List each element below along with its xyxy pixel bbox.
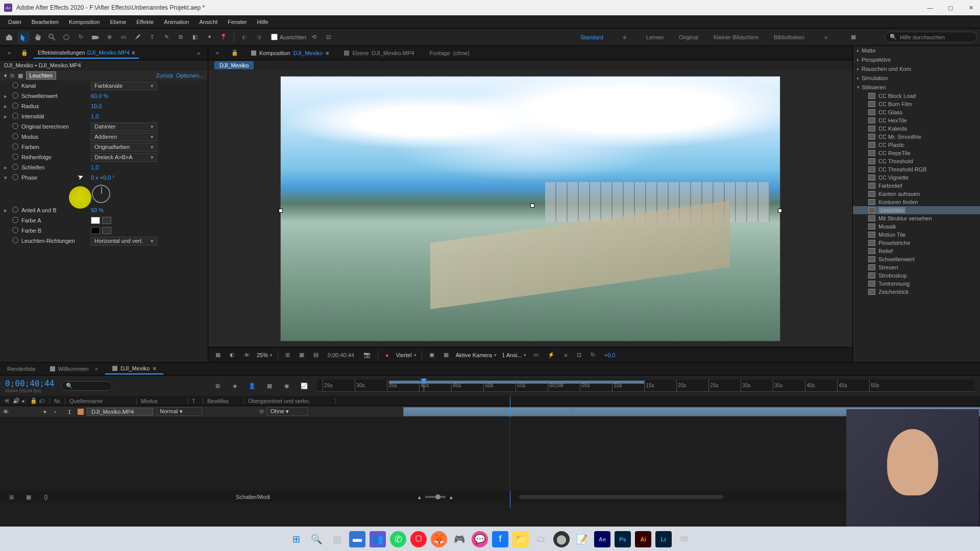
param-farben-dropdown[interactable]: Originalfarben — [91, 143, 157, 152]
exposure-value[interactable]: +0,0 — [602, 351, 618, 359]
roto-tool-icon[interactable]: ✦ — [203, 31, 215, 43]
stopwatch-icon[interactable] — [12, 237, 18, 243]
twirl-icon[interactable]: ▸ — [4, 103, 12, 110]
opera-icon[interactable]: O — [410, 531, 427, 547]
footer-label[interactable]: Schalter/Modi — [236, 494, 270, 500]
twirl-icon[interactable]: ▸ — [4, 93, 12, 99]
fx-item[interactable]: Stroboskop — [853, 271, 980, 280]
visibility-toggle[interactable]: 👁 — [3, 409, 10, 415]
eye-column-icon[interactable]: 👁 — [0, 398, 9, 404]
menu-komposition[interactable]: Komposition — [64, 17, 105, 27]
explorer-icon[interactable]: ▬ — [349, 531, 365, 547]
shape-tool-icon[interactable]: ▭ — [117, 31, 130, 43]
fx-item[interactable]: CC Threshold — [853, 157, 980, 165]
workspace-standard[interactable]: Standard — [580, 34, 603, 40]
zoom-slider[interactable] — [425, 496, 446, 498]
3d-icon[interactable]: 👁 — [242, 351, 252, 359]
home-icon[interactable] — [3, 31, 15, 43]
fx-item[interactable]: Relief — [853, 247, 980, 255]
brush-tool-icon[interactable]: ✎ — [160, 31, 173, 43]
views-dropdown[interactable]: 1 Ansi... — [502, 352, 526, 358]
illustrator-icon[interactable]: Ai — [635, 531, 651, 547]
fx-item[interactable]: Farbrelief — [853, 182, 980, 190]
tab-willkommen[interactable]: Willkommen × — [43, 364, 105, 374]
toggle-modes-icon[interactable]: ▦ — [22, 491, 35, 503]
fx-item[interactable]: Tontrennung — [853, 280, 980, 288]
obs-icon[interactable]: ⬤ — [553, 531, 570, 547]
layer-color-label[interactable] — [78, 409, 84, 415]
shy-icon[interactable]: 👤 — [246, 380, 258, 392]
panel-overflow-icon[interactable]: » — [192, 47, 205, 59]
tab-renderliste[interactable]: Renderliste — [0, 364, 43, 374]
firefox-icon[interactable]: 🦊 — [431, 531, 447, 547]
fx-category-simulation[interactable]: Simulation — [853, 73, 980, 83]
rotation-tool-icon[interactable]: ↻ — [75, 31, 87, 43]
param-richtungen-dropdown[interactable]: Horizontal und vert. — [91, 237, 157, 245]
menu-hilfe[interactable]: Hilfe — [252, 17, 274, 27]
hand-tool-icon[interactable] — [32, 31, 44, 43]
transform-handle[interactable] — [279, 209, 283, 213]
toggle-switches-icon[interactable]: ⊞ — [5, 491, 17, 503]
app-icon[interactable]: ✉ — [676, 531, 692, 547]
effect-toggle-icon[interactable]: ▦ — [18, 72, 23, 79]
task-view-icon[interactable]: ▥ — [329, 531, 345, 547]
fast-preview-icon[interactable]: ⚡ — [546, 350, 557, 359]
timeline-icon[interactable]: ≡ — [562, 351, 569, 359]
current-timecode[interactable]: 0;00;40;44 — [5, 379, 54, 388]
comp-mini-flowchart-icon[interactable]: ⊞ — [211, 380, 224, 392]
layer-name[interactable]: DJI_Mexiko.MP4 — [87, 408, 153, 416]
orbit-tool-icon[interactable] — [60, 31, 72, 43]
effect-options-link[interactable]: Optionen... — [176, 72, 204, 79]
mask-icon[interactable]: ◐ — [228, 350, 237, 359]
fx-item[interactable]: CC Plastic — [853, 141, 980, 149]
workspace-bibliotheken[interactable]: Bibliotheken — [774, 34, 804, 40]
snap-grid-icon[interactable]: ⊡ — [323, 31, 335, 43]
twirl-icon[interactable]: ▾ — [4, 174, 12, 181]
camera-dropdown[interactable]: Aktive Kamera — [456, 352, 497, 358]
param-intensitaet-value[interactable]: 1,0 — [91, 113, 99, 119]
menu-animation[interactable]: Animation — [159, 17, 194, 27]
stopwatch-icon[interactable] — [12, 92, 18, 98]
stopwatch-icon[interactable] — [12, 82, 18, 88]
effect-reset-link[interactable]: Zurück — [156, 72, 174, 79]
app-icon[interactable]: 🎮 — [451, 531, 468, 547]
help-search-input[interactable]: 🔍 Hilfe durchsuchen — [885, 32, 977, 42]
snapshot-icon[interactable]: 📷 — [361, 350, 373, 359]
quality-dropdown[interactable]: Viertel — [396, 352, 416, 358]
notepad-icon[interactable]: 📝 — [574, 531, 590, 547]
workspace-klein[interactable]: Kleiner Bildschirm — [714, 34, 758, 40]
twirl-icon[interactable]: ▸ — [44, 408, 51, 415]
app-icon[interactable]: 🗂 — [533, 531, 549, 547]
fx-item[interactable]: Konturen finden — [853, 198, 980, 206]
stopwatch-icon[interactable] — [12, 227, 18, 233]
color-b-swatch[interactable] — [91, 227, 100, 234]
zoom-tool-icon[interactable] — [46, 31, 58, 43]
menu-ebene[interactable]: Ebene — [105, 17, 131, 27]
layer-mode-dropdown[interactable]: Normal ▾ — [156, 407, 202, 416]
fx-item[interactable]: CC Block Load — [853, 92, 980, 100]
stopwatch-icon[interactable] — [12, 154, 18, 160]
tab-close-icon[interactable]: × — [211, 47, 224, 59]
fx-category-perspektive[interactable]: Perspektive — [853, 55, 980, 64]
zoom-in-icon[interactable]: ▴ — [450, 494, 453, 500]
workspace-more-icon[interactable]: » — [820, 31, 832, 43]
menu-datei[interactable]: Datei — [3, 17, 27, 27]
transparency-icon[interactable]: ▦ — [442, 350, 451, 359]
stopwatch-icon[interactable] — [12, 123, 18, 129]
fx-item[interactable]: Zeichentrick — [853, 288, 980, 296]
fx-item[interactable]: CC Glass — [853, 108, 980, 116]
fx-item[interactable]: CC RepeTile — [853, 149, 980, 157]
comp-tab-footage[interactable]: Footage (ohne) — [424, 48, 474, 58]
text-tool-icon[interactable]: T — [146, 31, 158, 43]
effect-name[interactable]: Leuchten — [26, 71, 56, 80]
maximize-button[interactable]: ▢ — [945, 5, 955, 11]
pen-tool-icon[interactable] — [132, 31, 144, 43]
param-modus-dropdown[interactable]: Addieren — [91, 133, 157, 141]
fx-item[interactable]: Schwellenwert — [853, 255, 980, 263]
composition-viewer[interactable] — [208, 70, 852, 347]
workspace-original[interactable]: Original — [679, 34, 698, 40]
menu-effekte[interactable]: Effekte — [131, 17, 159, 27]
effect-controls-tab[interactable]: Effekteinstellungen DJI_Mexiko.MP4 ≡ — [34, 47, 139, 59]
messenger-icon[interactable]: 💬 — [472, 531, 488, 547]
parent-pickwhip-icon[interactable]: ⊚ — [259, 408, 264, 415]
